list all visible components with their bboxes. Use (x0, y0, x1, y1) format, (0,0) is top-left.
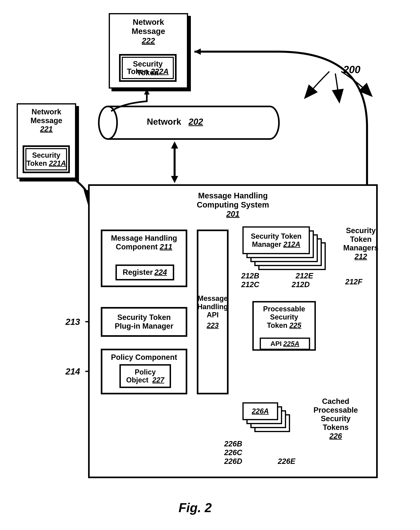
ref-226b: 226B (224, 440, 242, 448)
msg221-title: Network Message (18, 108, 75, 125)
mhc-211: Message HandlingComponent 211 Register 2… (101, 230, 187, 287)
ref-212c: 212C (241, 280, 259, 289)
network-ref: 202 (188, 117, 203, 127)
msg221-token-line1: Security (26, 151, 66, 159)
svg-point-0 (99, 106, 117, 139)
plugin-manager-213: Security Token Plug-in Manager (101, 307, 187, 337)
ref-226d: 226D (224, 457, 242, 466)
stm-stack: Security Token Manager 212A (242, 226, 326, 270)
cache-group-label: Cached Processable Security Tokens 226 (313, 397, 358, 441)
system-200-ref: 200 (343, 63, 361, 75)
ref-212e: 212E (296, 272, 313, 280)
cache-front-226a: 226A (242, 402, 278, 420)
api-title: Message Handling API (197, 294, 228, 319)
ref-212f: 212F (345, 278, 363, 286)
pst-api-225a: API 225A (260, 338, 310, 350)
network-label: Network 202 (147, 117, 203, 127)
network-message-222: Network Message 222 Security Token Token… (109, 13, 188, 88)
msg221-ref: 221 (18, 125, 75, 134)
ref-212d: 212D (292, 280, 310, 289)
mhc-title: Message HandlingComponent 211 (111, 234, 177, 251)
stm-front-212a: Security Token Manager 212A (242, 226, 310, 254)
network-message-221: Network Message 221 Security Token 221A (17, 103, 76, 179)
register-ref: 224 (154, 268, 167, 277)
cache-stack: 226A (242, 402, 302, 442)
policy-object-227: PolicyObject 227 (119, 364, 171, 388)
plugin-title: Security Token Plug-in Manager (115, 313, 173, 330)
ref-214: 214 (66, 367, 80, 377)
ref-226e: 226E (278, 457, 295, 466)
msg221-token: Security Token 221A (23, 145, 70, 173)
ref-212b: 212B (241, 272, 259, 280)
system-201-ref: 201 (90, 209, 376, 219)
processable-token-225: Processable Security Token 225 API 225A (252, 301, 316, 351)
msg222-ref: 222 (110, 36, 187, 45)
system-201-title: Message Handling Computing System (90, 191, 376, 209)
figure-caption: Fig. 2 (179, 501, 212, 515)
policy-component-214: Policy Component PolicyObject 227 (101, 349, 187, 394)
stm-group-label: Security Token Managers 212 (343, 226, 378, 261)
msg222-title: Network Message (110, 17, 187, 36)
msg222-token-ref: 222A (151, 67, 169, 76)
register-224: Register 224 (115, 265, 174, 280)
api-ref: 223 (207, 321, 219, 329)
ref-213: 213 (66, 317, 80, 327)
msg221-token-ref: 221A (49, 159, 66, 167)
policy-title: Policy Component (102, 353, 186, 362)
ref-226c: 226C (224, 448, 242, 457)
msg222-token: Security Token Token 222A (119, 54, 177, 82)
message-handling-api-223: Message Handling API 223 (197, 230, 229, 394)
network-title: Network (147, 117, 181, 127)
register-title: Register (123, 268, 153, 277)
